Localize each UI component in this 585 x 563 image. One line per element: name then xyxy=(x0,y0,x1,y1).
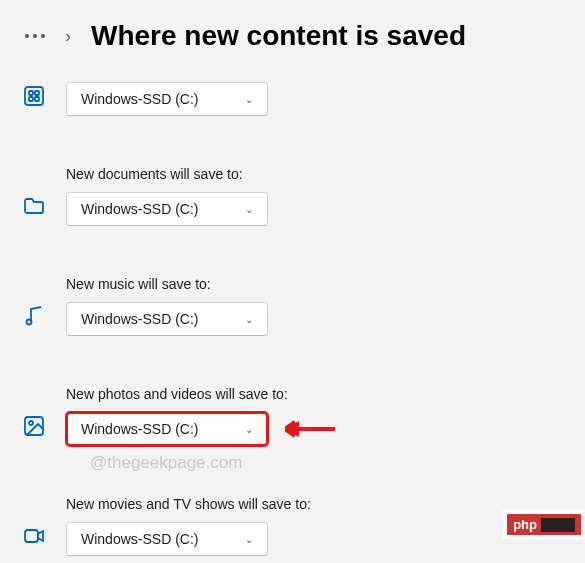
chevron-down-icon: ⌄ xyxy=(245,534,253,545)
music-label: New music will save to: xyxy=(66,276,268,292)
documents-label: New documents will save to: xyxy=(66,166,268,182)
watermark-text: @thegeekpage.com xyxy=(90,453,242,473)
dropdown-value: Windows-SSD (C:) xyxy=(81,201,198,217)
documents-folder-icon xyxy=(20,192,48,220)
music-note-icon xyxy=(20,302,48,330)
chevron-down-icon: ⌄ xyxy=(245,424,253,435)
chevron-down-icon: ⌄ xyxy=(245,314,253,325)
photos-location-dropdown[interactable]: Windows-SSD (C:) ⌄ xyxy=(66,412,268,446)
music-location-dropdown[interactable]: Windows-SSD (C:) ⌄ xyxy=(66,302,268,336)
svg-rect-8 xyxy=(25,530,38,542)
apps-location-dropdown[interactable]: Windows-SSD (C:) ⌄ xyxy=(66,82,268,116)
svg-rect-2 xyxy=(35,91,39,95)
site-badge: php xyxy=(503,510,585,539)
photos-label: New photos and videos will save to: xyxy=(66,386,288,402)
setting-row-photos: New photos and videos will save to: Wind… xyxy=(0,376,585,456)
chevron-down-icon: ⌄ xyxy=(245,94,253,105)
video-camera-icon xyxy=(20,522,48,550)
chevron-down-icon: ⌄ xyxy=(245,204,253,215)
svg-rect-3 xyxy=(29,97,33,101)
dropdown-value: Windows-SSD (C:) xyxy=(81,421,198,437)
svg-point-7 xyxy=(29,421,33,425)
page-title: Where new content is saved xyxy=(91,20,466,52)
more-options-icon[interactable] xyxy=(25,34,45,38)
setting-row-documents: New documents will save to: Windows-SSD … xyxy=(0,156,585,236)
setting-row-apps: Windows-SSD (C:) ⌄ xyxy=(0,72,585,126)
breadcrumb-chevron-icon: › xyxy=(65,26,71,47)
movies-label: New movies and TV shows will save to: xyxy=(66,496,311,512)
setting-row-movies: New movies and TV shows will save to: Wi… xyxy=(0,486,585,563)
movies-location-dropdown[interactable]: Windows-SSD (C:) ⌄ xyxy=(66,522,268,556)
dropdown-value: Windows-SSD (C:) xyxy=(81,311,198,327)
dropdown-value: Windows-SSD (C:) xyxy=(81,91,198,107)
documents-location-dropdown[interactable]: Windows-SSD (C:) ⌄ xyxy=(66,192,268,226)
svg-point-5 xyxy=(27,320,32,325)
dropdown-value: Windows-SSD (C:) xyxy=(81,531,198,547)
svg-rect-0 xyxy=(25,87,43,105)
apps-icon xyxy=(20,82,48,110)
svg-rect-4 xyxy=(35,97,39,101)
photos-icon xyxy=(20,412,48,440)
svg-rect-1 xyxy=(29,91,33,95)
setting-row-music: New music will save to: Windows-SSD (C:)… xyxy=(0,266,585,346)
badge-text: php xyxy=(513,517,537,532)
